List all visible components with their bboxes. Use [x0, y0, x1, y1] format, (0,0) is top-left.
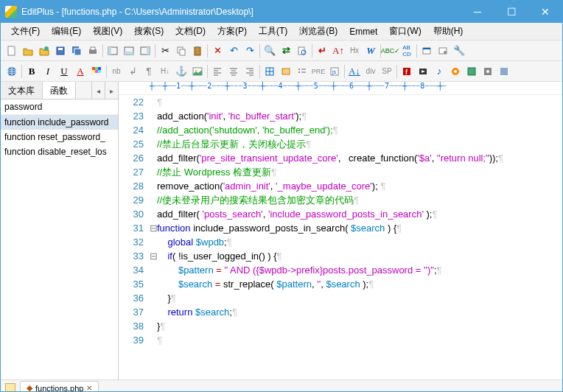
- sidebar-nav-prev-icon[interactable]: ◂: [91, 82, 105, 99]
- align-left-icon[interactable]: [209, 63, 225, 80]
- sidebar-tab-functions[interactable]: 函数: [43, 82, 76, 99]
- heading-icon[interactable]: H↓: [157, 63, 173, 80]
- table-icon[interactable]: [262, 63, 278, 80]
- code-area[interactable]: 222324252627282930313233343536373839 ¶ a…: [119, 95, 562, 379]
- italic-icon[interactable]: I: [40, 63, 56, 80]
- undo-icon[interactable]: ↶: [225, 43, 242, 59]
- svg-point-24: [444, 51, 447, 54]
- image-icon[interactable]: [189, 63, 206, 80]
- anchor-icon[interactable]: ⚓: [173, 63, 189, 80]
- menu-item-1[interactable]: 编辑(E): [46, 23, 87, 40]
- svg-rect-30: [92, 70, 95, 73]
- menu-item-2[interactable]: 视图(V): [87, 23, 128, 40]
- find-in-files-icon[interactable]: [294, 43, 310, 59]
- settings-icon[interactable]: [419, 43, 435, 59]
- menu-item-5[interactable]: 方案(P): [211, 23, 253, 40]
- toggle-cliptext-icon[interactable]: [137, 43, 153, 59]
- new-document-icon[interactable]: [5, 383, 15, 393]
- sidebar-tab-cliptext[interactable]: 文本库: [1, 82, 43, 99]
- svg-rect-17: [195, 47, 200, 55]
- svg-point-2: [44, 46, 49, 51]
- maximize-button[interactable]: ☐: [494, 1, 528, 23]
- paste-icon[interactable]: [189, 43, 206, 59]
- function-list-item[interactable]: function disable_reset_los: [1, 144, 118, 159]
- browser-preview-icon[interactable]: W: [363, 43, 379, 59]
- svg-rect-46: [468, 68, 475, 75]
- font-color-icon[interactable]: A: [72, 63, 88, 80]
- menu-item-6[interactable]: 工具(T): [253, 23, 293, 40]
- line-gutter: 222324252627282930313233343536373839: [119, 95, 150, 379]
- svg-point-37: [298, 69, 300, 70]
- minimize-button[interactable]: ─: [461, 1, 494, 23]
- function-list: function include_passwordfunction reset_…: [1, 115, 118, 379]
- toggle-output-icon[interactable]: [121, 43, 137, 59]
- editor: ┼┄┄┼┄┄1┄┄┼┄┄┄2┄┄┄┼┄┄┄3┄┄┄┼┄┄┄4┄┄┄┼┄┄┄5┄┄…: [119, 82, 562, 379]
- print-icon[interactable]: [85, 43, 101, 59]
- object-applet-icon[interactable]: [447, 63, 464, 80]
- align-center-icon[interactable]: [225, 63, 242, 80]
- hex-view-icon[interactable]: Hx: [346, 43, 363, 59]
- toggle-panel-icon[interactable]: [105, 43, 121, 59]
- color-picker-icon[interactable]: [88, 63, 105, 80]
- form-icon[interactable]: [278, 63, 294, 80]
- link-icon[interactable]: A↓: [346, 63, 363, 80]
- div-icon[interactable]: div: [363, 63, 379, 80]
- new-file-icon[interactable]: [4, 43, 20, 59]
- function-list-item[interactable]: function reset_password_: [1, 130, 118, 144]
- paragraph-icon[interactable]: ¶: [141, 63, 157, 80]
- save-icon[interactable]: [52, 43, 69, 59]
- replace-icon[interactable]: ⇄: [278, 43, 294, 59]
- app-icon: [5, 6, 17, 18]
- object-embed-icon[interactable]: [464, 63, 480, 80]
- function-filter-input[interactable]: [1, 99, 118, 115]
- script-icon[interactable]: js: [326, 63, 343, 80]
- menu-item-7[interactable]: 浏览器(B): [293, 23, 343, 40]
- nbsp-icon[interactable]: nb: [108, 63, 125, 80]
- font-increase-icon[interactable]: A↑: [330, 43, 346, 59]
- tools-icon[interactable]: 🔧: [451, 43, 467, 59]
- menu-item-4[interactable]: 文档(D): [169, 23, 211, 40]
- pre-icon[interactable]: PRE: [310, 63, 326, 80]
- svg-rect-14: [147, 47, 150, 55]
- svg-rect-18: [196, 46, 199, 48]
- object-misc-icon[interactable]: [496, 63, 512, 80]
- save-all-icon[interactable]: [69, 43, 85, 59]
- menu-item-9[interactable]: 窗口(W): [383, 23, 427, 40]
- delete-icon[interactable]: ✕: [209, 43, 225, 59]
- svg-rect-22: [423, 48, 430, 49]
- close-button[interactable]: ✕: [528, 1, 562, 23]
- word-wrap-icon[interactable]: ↵: [314, 43, 330, 59]
- align-right-icon[interactable]: [242, 63, 258, 80]
- span-icon[interactable]: SP: [379, 63, 395, 80]
- document-tab-functions[interactable]: ◆ functions.php ✕: [20, 381, 99, 392]
- sidebar-tabs: 文本库 函数 ◂ ▸: [1, 82, 118, 99]
- break-icon[interactable]: ↲: [125, 63, 141, 80]
- object-media-icon[interactable]: [480, 63, 496, 80]
- object-audio-icon[interactable]: ♪: [431, 63, 447, 80]
- find-icon[interactable]: 🔍: [262, 43, 278, 59]
- sidebar-nav-next-icon[interactable]: ▸: [105, 82, 118, 99]
- object-video-icon[interactable]: [415, 63, 431, 80]
- cut-icon[interactable]: ✂: [157, 43, 173, 59]
- menu-item-10[interactable]: 帮助(H): [427, 23, 469, 40]
- close-tab-icon[interactable]: ✕: [86, 384, 92, 392]
- menu-item-8[interactable]: Emmet: [343, 24, 383, 39]
- preferences-icon[interactable]: [435, 43, 451, 59]
- underline-icon[interactable]: U: [56, 63, 72, 80]
- function-list-item[interactable]: function include_password: [1, 115, 118, 130]
- bold-icon[interactable]: B: [24, 63, 40, 80]
- code-lines[interactable]: ¶ add_action('init', 'hc_buffer_start');…: [150, 95, 562, 379]
- open-file-icon[interactable]: [20, 43, 36, 59]
- menu-item-0[interactable]: 文件(F): [5, 23, 46, 40]
- copy-icon[interactable]: [173, 43, 189, 59]
- menu-item-3[interactable]: 搜索(S): [128, 23, 169, 40]
- browser-icon[interactable]: [4, 63, 20, 80]
- spell-check-icon[interactable]: ABC✓: [382, 43, 399, 59]
- char-count-icon[interactable]: ABCD: [399, 43, 415, 59]
- svg-text:js: js: [332, 69, 337, 75]
- list-icon[interactable]: [294, 63, 310, 80]
- object-flash-icon[interactable]: f: [399, 63, 415, 80]
- svg-rect-10: [108, 47, 111, 55]
- open-remote-icon[interactable]: [36, 43, 52, 59]
- redo-icon[interactable]: ↷: [242, 43, 258, 59]
